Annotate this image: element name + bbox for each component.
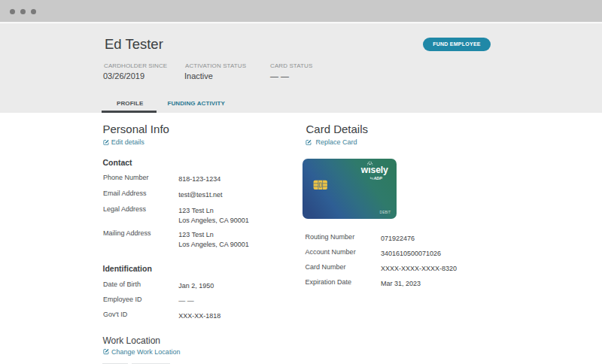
svg-text:ADP: ADP: [372, 176, 382, 180]
svg-text:DEBIT: DEBIT: [380, 211, 391, 214]
svg-text:wısely: wısely: [360, 165, 388, 175]
svg-text:by: by: [370, 176, 373, 180]
